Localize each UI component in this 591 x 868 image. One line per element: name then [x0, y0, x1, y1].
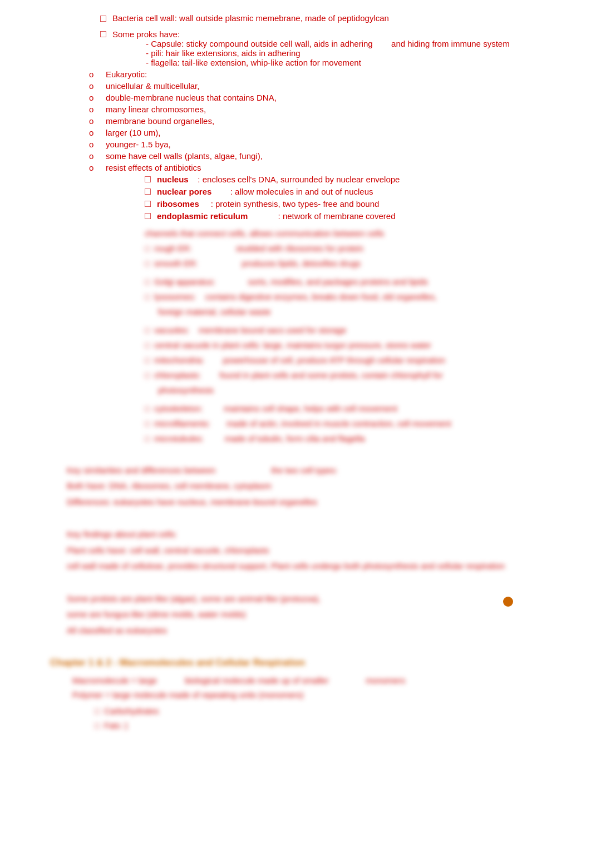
- bact-cell-wall-item: □ Bacteria cell wall: wall outside plasm…: [33, 11, 558, 27]
- section3-block: Key findings about plant cells: Plant ce…: [33, 527, 558, 574]
- eukaryotic-header-text: Eukaryotic:: [106, 70, 147, 79]
- section3-blurred: Key findings about plant cells: Plant ce…: [67, 527, 558, 574]
- o-marker-1: o: [89, 93, 106, 102]
- nucleus-item: □ nucleus : encloses cell's DNA, surroun…: [145, 175, 558, 185]
- bullet-nucleus-icon: □: [145, 173, 157, 185]
- blurred-organelle-3-container: □vacuoles: membrane bound sacs used for …: [33, 323, 558, 398]
- chapter-intro: Macromolecule = large biological molecul…: [50, 673, 558, 702]
- o-marker-header: o: [89, 70, 106, 79]
- eukaryotic-item-0: o unicellular & multicellular,: [89, 81, 558, 91]
- section2-block: Key similarities and differences between…: [33, 463, 558, 510]
- blurred-organelle-3: □vacuoles: membrane bound sacs used for …: [145, 323, 558, 398]
- eukaryotic-text-7: resist effects of antibiotics: [106, 163, 201, 172]
- section4-block: Some protists are plant-like (algae), so…: [33, 591, 558, 639]
- blurred-organelle-2-container: □Golgi apparatus: sorts, modifies, and p…: [33, 274, 558, 319]
- some-proks-text: Some proks have:: [112, 29, 510, 39]
- eukaryotic-text-2: many linear chromosomes,: [106, 105, 206, 114]
- er-item: □ endoplasmic reticulum : network of mem…: [145, 211, 558, 222]
- eukaryotic-text-5: younger- 1.5 bya,: [106, 140, 171, 149]
- nuclear-pores-item: □ nuclear pores : allow molecules in and…: [145, 187, 558, 197]
- ribosomes-text: ribosomes : protein synthesis, two types…: [157, 199, 379, 209]
- bullet-icon-1: □: [100, 10, 112, 27]
- eukaryotic-item-1: o double-membrane nucleus that contains …: [89, 93, 558, 102]
- nuclear-pores-text: nuclear pores : allow molecules in and o…: [157, 187, 373, 196]
- some-proks-item: □ Some proks have: - Capsule: sticky com…: [33, 29, 558, 67]
- eukaryotic-item-5: o younger- 1.5 bya,: [89, 140, 558, 149]
- o-marker-7: o: [89, 163, 106, 172]
- o-marker-5: o: [89, 140, 106, 149]
- watermark-dot: [503, 597, 513, 607]
- bullet-nuclear-pores-icon: □: [145, 186, 157, 197]
- eukaryotic-header-item: o Eukaryotic:: [89, 70, 558, 79]
- proks-capsule: - Capsule: sticky compound outside cell …: [112, 39, 510, 48]
- blurred-organelle-4-container: □cytoskeleton: maintains cell shape, hel…: [33, 401, 558, 446]
- chapter-sub: □Carbohydrates □Fats :): [50, 704, 558, 732]
- eukaryotic-item-7: o resist effects of antibiotics: [89, 163, 558, 172]
- eukaryotic-item-3: o membrane bound organelles,: [89, 116, 558, 126]
- chapter-block: Chapter 1 & 2 - Macromolecules and Cellu…: [33, 655, 558, 732]
- er-text: endoplasmic reticulum : network of membr…: [157, 211, 395, 221]
- section2-blurred: Key similarities and differences between…: [67, 463, 558, 510]
- bullet-ribosomes-icon: □: [145, 198, 157, 210]
- o-marker-4: o: [89, 128, 106, 137]
- eukaryotic-item-4: o larger (10 um),: [89, 128, 558, 137]
- content-area: □ Bacteria cell wall: wall outside plasm…: [33, 11, 558, 732]
- eukaryotic-text-4: larger (10 um),: [106, 128, 160, 137]
- o-marker-2: o: [89, 105, 106, 114]
- o-marker-6: o: [89, 151, 106, 161]
- bact-cell-wall-text: Bacteria cell wall: wall outside plasmic…: [112, 11, 389, 26]
- blurred-organelle-4: □cytoskeleton: maintains cell shape, hel…: [145, 401, 558, 446]
- eukaryotic-text-0: unicellular & multicellular,: [106, 81, 199, 91]
- proks-flagella: - flagella: tail-like extension, whip-li…: [112, 58, 510, 67]
- proks-pili: - pili: hair like extensions, aids in ad…: [112, 48, 510, 58]
- eukaryotic-text-1: double-membrane nucleus that contains DN…: [106, 93, 277, 102]
- section4-blurred: Some protists are plant-like (algae), so…: [67, 591, 558, 639]
- eukaryotic-list: o Eukaryotic: o unicellular & multicellu…: [33, 70, 558, 172]
- organelle-bullets: □ nucleus : encloses cell's DNA, surroun…: [33, 175, 558, 271]
- nucleus-text: nucleus : encloses cell's DNA, surrounde…: [157, 175, 400, 184]
- blurred-organelle-1: channels that connect cells, allows comm…: [145, 224, 558, 271]
- eukaryotic-text-3: membrane bound organelles,: [106, 116, 214, 126]
- ribosomes-item: □ ribosomes : protein synthesis, two typ…: [145, 199, 558, 210]
- eukaryotic-item-6: o some have cell walls (plants, algae, f…: [89, 151, 558, 161]
- eukaryotic-text-6: some have cell walls (plants, algae, fun…: [106, 151, 263, 161]
- o-marker-3: o: [89, 116, 106, 126]
- chapter-header: Chapter 1 & 2 - Macromolecules and Cellu…: [50, 655, 558, 670]
- bullet-icon-2: □: [100, 28, 112, 40]
- eukaryotic-item-2: o many linear chromosomes,: [89, 105, 558, 114]
- o-marker-0: o: [89, 81, 106, 91]
- blurred-organelle-2: □Golgi apparatus: sorts, modifies, and p…: [145, 274, 558, 319]
- bullet-er-icon: □: [145, 210, 157, 222]
